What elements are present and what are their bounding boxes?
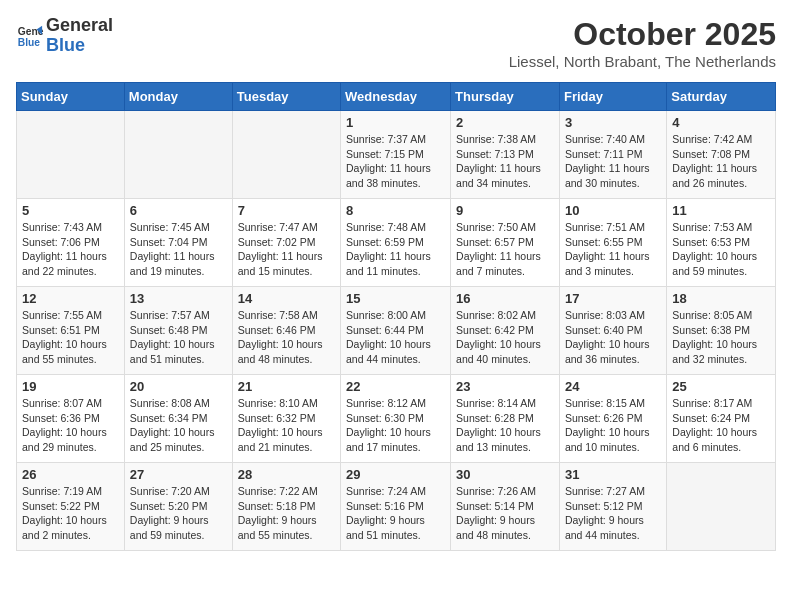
weekday-header-sunday: Sunday: [17, 83, 125, 111]
day-info: Sunrise: 8:02 AM Sunset: 6:42 PM Dayligh…: [456, 308, 554, 367]
day-info: Sunrise: 8:12 AM Sunset: 6:30 PM Dayligh…: [346, 396, 445, 455]
logo-blue: Blue: [46, 35, 85, 55]
calendar-cell: 4Sunrise: 7:42 AM Sunset: 7:08 PM Daylig…: [667, 111, 776, 199]
weekday-header-friday: Friday: [559, 83, 666, 111]
calendar-cell: 3Sunrise: 7:40 AM Sunset: 7:11 PM Daylig…: [559, 111, 666, 199]
day-number: 19: [22, 379, 119, 394]
calendar-cell: [124, 111, 232, 199]
month-title: October 2025: [509, 16, 776, 53]
day-info: Sunrise: 7:47 AM Sunset: 7:02 PM Dayligh…: [238, 220, 335, 279]
day-info: Sunrise: 7:57 AM Sunset: 6:48 PM Dayligh…: [130, 308, 227, 367]
calendar-cell: 11Sunrise: 7:53 AM Sunset: 6:53 PM Dayli…: [667, 199, 776, 287]
calendar-cell: 26Sunrise: 7:19 AM Sunset: 5:22 PM Dayli…: [17, 463, 125, 551]
day-number: 10: [565, 203, 661, 218]
day-info: Sunrise: 8:00 AM Sunset: 6:44 PM Dayligh…: [346, 308, 445, 367]
day-number: 5: [22, 203, 119, 218]
calendar-week-4: 19Sunrise: 8:07 AM Sunset: 6:36 PM Dayli…: [17, 375, 776, 463]
day-info: Sunrise: 7:53 AM Sunset: 6:53 PM Dayligh…: [672, 220, 770, 279]
calendar-cell: 18Sunrise: 8:05 AM Sunset: 6:38 PM Dayli…: [667, 287, 776, 375]
day-info: Sunrise: 7:43 AM Sunset: 7:06 PM Dayligh…: [22, 220, 119, 279]
weekday-header-thursday: Thursday: [451, 83, 560, 111]
day-number: 12: [22, 291, 119, 306]
day-number: 7: [238, 203, 335, 218]
svg-text:Blue: Blue: [18, 37, 41, 48]
calendar-cell: 24Sunrise: 8:15 AM Sunset: 6:26 PM Dayli…: [559, 375, 666, 463]
logo-icon: General Blue: [16, 22, 44, 50]
day-number: 25: [672, 379, 770, 394]
day-number: 24: [565, 379, 661, 394]
logo-name: General Blue: [46, 16, 113, 56]
weekday-header-saturday: Saturday: [667, 83, 776, 111]
calendar-cell: 21Sunrise: 8:10 AM Sunset: 6:32 PM Dayli…: [232, 375, 340, 463]
day-number: 31: [565, 467, 661, 482]
day-number: 20: [130, 379, 227, 394]
day-info: Sunrise: 8:15 AM Sunset: 6:26 PM Dayligh…: [565, 396, 661, 455]
day-number: 18: [672, 291, 770, 306]
calendar-cell: [667, 463, 776, 551]
day-info: Sunrise: 8:17 AM Sunset: 6:24 PM Dayligh…: [672, 396, 770, 455]
day-number: 2: [456, 115, 554, 130]
day-info: Sunrise: 7:26 AM Sunset: 5:14 PM Dayligh…: [456, 484, 554, 543]
calendar-week-1: 1Sunrise: 7:37 AM Sunset: 7:15 PM Daylig…: [17, 111, 776, 199]
day-info: Sunrise: 8:05 AM Sunset: 6:38 PM Dayligh…: [672, 308, 770, 367]
day-info: Sunrise: 8:08 AM Sunset: 6:34 PM Dayligh…: [130, 396, 227, 455]
day-info: Sunrise: 7:22 AM Sunset: 5:18 PM Dayligh…: [238, 484, 335, 543]
calendar-cell: [232, 111, 340, 199]
calendar-cell: 1Sunrise: 7:37 AM Sunset: 7:15 PM Daylig…: [341, 111, 451, 199]
weekday-header-monday: Monday: [124, 83, 232, 111]
day-number: 27: [130, 467, 227, 482]
calendar-cell: 8Sunrise: 7:48 AM Sunset: 6:59 PM Daylig…: [341, 199, 451, 287]
day-info: Sunrise: 7:19 AM Sunset: 5:22 PM Dayligh…: [22, 484, 119, 543]
day-info: Sunrise: 8:10 AM Sunset: 6:32 PM Dayligh…: [238, 396, 335, 455]
day-number: 6: [130, 203, 227, 218]
day-number: 11: [672, 203, 770, 218]
calendar-cell: 10Sunrise: 7:51 AM Sunset: 6:55 PM Dayli…: [559, 199, 666, 287]
day-number: 9: [456, 203, 554, 218]
calendar-cell: 31Sunrise: 7:27 AM Sunset: 5:12 PM Dayli…: [559, 463, 666, 551]
day-number: 22: [346, 379, 445, 394]
day-number: 3: [565, 115, 661, 130]
day-info: Sunrise: 7:51 AM Sunset: 6:55 PM Dayligh…: [565, 220, 661, 279]
calendar-cell: 30Sunrise: 7:26 AM Sunset: 5:14 PM Dayli…: [451, 463, 560, 551]
day-info: Sunrise: 8:03 AM Sunset: 6:40 PM Dayligh…: [565, 308, 661, 367]
calendar-cell: 27Sunrise: 7:20 AM Sunset: 5:20 PM Dayli…: [124, 463, 232, 551]
day-number: 23: [456, 379, 554, 394]
calendar-week-2: 5Sunrise: 7:43 AM Sunset: 7:06 PM Daylig…: [17, 199, 776, 287]
calendar-cell: 23Sunrise: 8:14 AM Sunset: 6:28 PM Dayli…: [451, 375, 560, 463]
calendar-cell: 9Sunrise: 7:50 AM Sunset: 6:57 PM Daylig…: [451, 199, 560, 287]
calendar-cell: 12Sunrise: 7:55 AM Sunset: 6:51 PM Dayli…: [17, 287, 125, 375]
day-info: Sunrise: 7:42 AM Sunset: 7:08 PM Dayligh…: [672, 132, 770, 191]
calendar-week-3: 12Sunrise: 7:55 AM Sunset: 6:51 PM Dayli…: [17, 287, 776, 375]
day-info: Sunrise: 8:14 AM Sunset: 6:28 PM Dayligh…: [456, 396, 554, 455]
title-block: October 2025 Liessel, North Brabant, The…: [509, 16, 776, 70]
calendar-week-5: 26Sunrise: 7:19 AM Sunset: 5:22 PM Dayli…: [17, 463, 776, 551]
day-number: 30: [456, 467, 554, 482]
day-number: 16: [456, 291, 554, 306]
calendar-cell: 13Sunrise: 7:57 AM Sunset: 6:48 PM Dayli…: [124, 287, 232, 375]
weekday-header-row: SundayMondayTuesdayWednesdayThursdayFrid…: [17, 83, 776, 111]
logo: General Blue General Blue: [16, 16, 113, 56]
day-info: Sunrise: 7:40 AM Sunset: 7:11 PM Dayligh…: [565, 132, 661, 191]
page-header: General Blue General Blue October 2025 L…: [16, 16, 776, 70]
day-info: Sunrise: 7:45 AM Sunset: 7:04 PM Dayligh…: [130, 220, 227, 279]
weekday-header-tuesday: Tuesday: [232, 83, 340, 111]
weekday-header-wednesday: Wednesday: [341, 83, 451, 111]
day-number: 21: [238, 379, 335, 394]
day-number: 14: [238, 291, 335, 306]
day-number: 26: [22, 467, 119, 482]
day-number: 28: [238, 467, 335, 482]
day-number: 4: [672, 115, 770, 130]
day-number: 8: [346, 203, 445, 218]
day-info: Sunrise: 8:07 AM Sunset: 6:36 PM Dayligh…: [22, 396, 119, 455]
calendar-cell: 6Sunrise: 7:45 AM Sunset: 7:04 PM Daylig…: [124, 199, 232, 287]
calendar-cell: 2Sunrise: 7:38 AM Sunset: 7:13 PM Daylig…: [451, 111, 560, 199]
day-info: Sunrise: 7:38 AM Sunset: 7:13 PM Dayligh…: [456, 132, 554, 191]
day-info: Sunrise: 7:24 AM Sunset: 5:16 PM Dayligh…: [346, 484, 445, 543]
calendar-cell: 25Sunrise: 8:17 AM Sunset: 6:24 PM Dayli…: [667, 375, 776, 463]
day-info: Sunrise: 7:55 AM Sunset: 6:51 PM Dayligh…: [22, 308, 119, 367]
day-number: 13: [130, 291, 227, 306]
day-info: Sunrise: 7:20 AM Sunset: 5:20 PM Dayligh…: [130, 484, 227, 543]
calendar-cell: 22Sunrise: 8:12 AM Sunset: 6:30 PM Dayli…: [341, 375, 451, 463]
calendar-cell: 16Sunrise: 8:02 AM Sunset: 6:42 PM Dayli…: [451, 287, 560, 375]
day-info: Sunrise: 7:48 AM Sunset: 6:59 PM Dayligh…: [346, 220, 445, 279]
